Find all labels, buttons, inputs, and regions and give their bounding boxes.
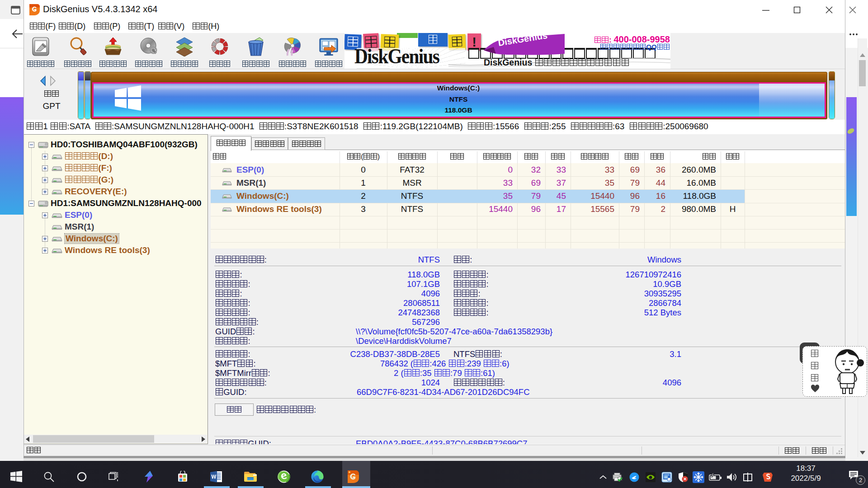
svg-text:i: i (669, 479, 669, 481)
